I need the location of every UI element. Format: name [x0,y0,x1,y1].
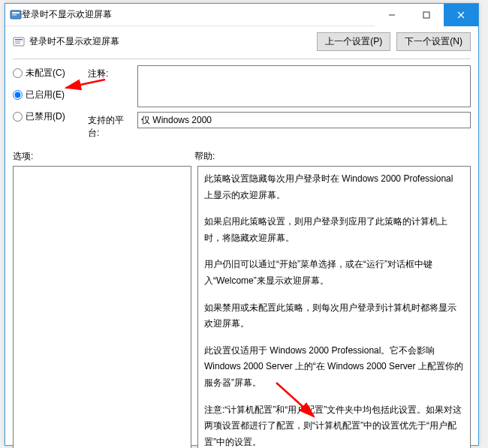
window-title: 登录时不显示欢迎屏幕 [22,8,375,21]
header-title: 登录时不显示欢迎屏幕 [29,35,119,48]
svg-rect-2 [12,14,17,16]
right-column: 注释: 支持的平台: 仅 Windows 2000 [88,65,471,140]
titlebar: 登录时不显示欢迎屏幕 [5,4,478,26]
radio-disabled[interactable]: 已禁用(D) [13,110,79,123]
radio-enabled-label: 已启用(E) [26,89,65,101]
svg-rect-1 [12,12,20,14]
close-button[interactable] [444,4,478,26]
radio-not-configured-label: 未配置(C) [26,67,65,80]
comment-input[interactable] [137,65,471,107]
help-box[interactable]: 此策略设置隐藏每次用户登录时在 Windows 2000 Professiona… [197,166,471,448]
maximize-button[interactable] [409,4,444,26]
next-setting-button[interactable]: 下一个设置(N) [396,32,471,51]
app-icon [10,9,22,21]
radio-disabled-input[interactable] [13,112,23,122]
help-paragraph: 此设置仅适用于 Windows 2000 Professional。它不会影响 … [204,343,464,392]
policy-icon [13,36,25,48]
content-area: 登录时不显示欢迎屏幕 上一个设置(P) 下一个设置(N) 未配置(C) 已启用(… [5,26,478,448]
svg-rect-8 [15,39,23,41]
options-box[interactable] [13,166,191,448]
options-label: 选项: [13,150,194,163]
svg-rect-4 [423,12,429,18]
platform-value: 仅 Windows 2000 [137,112,471,128]
help-paragraph: 用户仍旧可以通过“开始”菜单选择，或在“运行”对话框中键入“Welcome”来显… [204,257,464,289]
radio-enabled-input[interactable] [13,90,23,100]
svg-rect-9 [15,41,20,42]
platform-label: 支持的平台: [88,112,130,140]
previous-setting-button[interactable]: 上一个设置(P) [317,32,390,51]
minimize-button[interactable] [375,4,409,26]
radio-enabled[interactable]: 已启用(E) [13,89,79,101]
help-paragraph: 此策略设置隐藏每次用户登录时在 Windows 2000 Professiona… [204,171,464,203]
lower-row: 此策略设置隐藏每次用户登录时在 Windows 2000 Professiona… [13,166,471,448]
comment-row: 注释: [88,65,471,107]
radio-disabled-label: 已禁用(D) [26,110,65,123]
radio-not-configured[interactable]: 未配置(C) [13,67,79,80]
comment-label: 注释: [88,65,130,80]
help-paragraph: 注意:“计算机配置”和“用户配置”文件夹中均包括此设置。如果对这两项设置都进行了… [204,402,464,448]
policy-editor-window: 登录时不显示欢迎屏幕 [5,3,479,446]
radio-column: 未配置(C) 已启用(E) 已禁用(D) [13,65,79,140]
platform-row: 支持的平台: 仅 Windows 2000 [88,112,471,140]
svg-rect-10 [15,43,20,44]
section-labels: 选项: 帮助: [13,150,471,163]
radio-not-configured-input[interactable] [13,68,23,78]
config-area: 未配置(C) 已启用(E) 已禁用(D) 注释: 支持的平台: [13,65,471,140]
help-paragraph: 如果禁用或未配置此策略，则每次用户登录到计算机时都将显示欢迎屏幕。 [204,300,464,332]
window-controls [375,4,478,26]
divider [13,59,471,59]
header-row: 登录时不显示欢迎屏幕 上一个设置(P) 下一个设置(N) [13,32,471,51]
help-paragraph: 如果启用此策略设置，则用户登录到应用了此策略的计算机上时，将隐藏欢迎屏幕。 [204,214,464,246]
help-label: 帮助: [194,150,471,163]
